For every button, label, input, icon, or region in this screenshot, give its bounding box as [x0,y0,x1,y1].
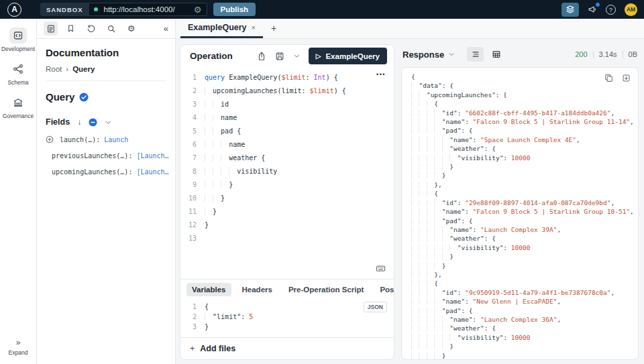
publish-button[interactable]: Publish [213,3,256,16]
sidebar-item-schema[interactable]: Schema [7,61,28,86]
keyboard-shortcuts-icon[interactable] [376,263,386,274]
field-type-link[interactable]: [Launch… [136,168,168,176]
sidebar-item-governance[interactable]: Governance [3,95,34,119]
code-line: 8 visibility [180,165,394,178]
response-title-dropdown[interactable]: Response [402,50,455,60]
bookmark-icon [66,24,75,33]
saved-operations-button[interactable] [64,21,78,36]
expand-rail-button[interactable]: » Expand [9,338,28,356]
code-line: "name": "Space Launch Complex 4E", [411,135,638,144]
code-line: 12} [180,219,394,232]
code-line: "pad": { [411,306,638,315]
endpoint-url[interactable]: http://localhost:4000/ [104,5,194,13]
field-name: previousLaunches [52,152,116,160]
fields-header: Fields ↓ [46,117,166,127]
help-button[interactable]: ? [606,5,616,15]
endpoint-url-input[interactable]: http://localhost:4000/ ⚙ [89,3,207,16]
avatar[interactable]: AM [625,3,637,16]
line-number: 5 [180,125,197,138]
code-line: }, [411,180,638,189]
field-row-upcominglaunches[interactable]: upcomingLaunches(…): [Launch… [46,168,166,176]
line-number: 1 [180,302,197,312]
sidebar-item-development[interactable]: Development [1,27,35,52]
table-view-button[interactable] [488,47,504,62]
breadcrumb-root[interactable]: Root [46,65,62,73]
sidebar-item-label: Schema [7,79,28,86]
expand-label: Expand [9,349,28,356]
code-line: 4 name [180,111,394,125]
tab-post-operation-script[interactable]: Post-Operation Script [374,283,394,296]
field-row-launch[interactable]: launch(…): Launch [46,135,166,143]
field-row-previouslaunches[interactable]: previousLaunches(…): [Launch… [46,151,166,160]
close-tab-icon[interactable]: × [252,23,256,32]
field-list: launch(…): Launch previousLaunches(…): [… [46,135,166,176]
variables-editor[interactable]: JSON 1{2 "limit": 53} [180,300,394,337]
share-icon[interactable] [257,52,266,61]
field-name: launch [60,136,84,143]
graphql-editor[interactable]: ••• 1query ExampleQuery($limit: Int) {2 … [180,67,394,279]
type-heading: Query [46,91,166,103]
raw-view-button[interactable] [467,47,484,62]
code-line: "weather": { [411,324,638,332]
field-name: upcomingLaunches [52,168,116,176]
history-icon [87,24,96,34]
new-tab-button[interactable]: + [271,23,276,33]
field-type-link[interactable]: [Launch… [136,152,168,160]
save-icon[interactable] [275,52,284,61]
docs-toolbar: ⚙ « [37,19,175,39]
operation-tab-bar: ExampleQuery × + [176,19,644,39]
tab-variables[interactable]: Variables [186,283,231,296]
breadcrumb: Root › Query [46,65,166,81]
add-field-icon[interactable] [46,135,54,143]
connection-settings-icon[interactable]: ⚙ [194,5,202,14]
collapse-panel-icon[interactable]: « [164,23,168,34]
add-files-button[interactable]: + Add files [180,337,394,359]
settings-button[interactable]: ⚙ [124,21,138,36]
code-line: "pad": { [411,126,638,135]
search-button[interactable] [104,21,118,36]
code-line: { [411,189,638,198]
code-line: { [411,99,638,108]
line-number: 1 [180,71,197,84]
topbar-right: ? AM [561,3,637,17]
code-line: { [411,279,638,288]
gear-icon: ⚙ [127,23,136,34]
code-line: } [411,351,638,360]
tab-headers[interactable]: Headers [237,283,278,296]
copy-icon[interactable] [604,74,613,82]
run-operation-button[interactable]: ▷ ExampleQuery [309,48,387,64]
code-line: } [411,162,638,171]
download-icon[interactable] [622,74,631,82]
announcements-button[interactable] [588,5,597,14]
code-window-icon [13,30,23,41]
breadcrumb-separator-icon: › [66,65,68,73]
apollo-logo[interactable]: A [7,3,21,17]
history-button[interactable] [84,21,98,36]
response-time: 3.14s [599,50,617,58]
operation-header: Operation ▷ ExampleQuery [180,45,394,67]
documentation-tab-button[interactable] [44,21,58,36]
sort-fields-icon[interactable]: ↓ [77,117,81,127]
filter-minus-icon[interactable] [89,118,97,127]
code-line: "visibility": 10000 [411,333,638,342]
tab-examplequery[interactable]: ExampleQuery × [180,18,263,38]
run-button-label: ExampleQuery [325,52,380,60]
editor-menu-icon[interactable]: ••• [376,71,386,78]
align-lines-icon [471,50,480,59]
code-line: } [411,252,638,261]
play-icon: ▷ [316,52,321,60]
chevron-down-icon[interactable] [105,119,112,126]
sandbox-mode-button[interactable] [561,3,579,17]
connection-status-dot [94,7,98,11]
code-line: "name": "Falcon 9 Block 5 | Starlink Gro… [411,117,638,126]
field-type-link[interactable]: Launch [104,136,128,143]
response-body[interactable]: { "data": { "upcomingLaunches": [ { "id"… [402,68,638,360]
plus-icon: + [190,344,195,353]
line-number: 10 [180,192,197,205]
code-line: 5 pad { [180,125,394,138]
chevron-down-icon[interactable] [293,52,301,60]
code-line: 3} [180,322,394,332]
tab-pre-operation-script[interactable]: Pre-Operation Script [283,283,369,296]
sidebar-item-label: Governance [3,113,34,119]
response-view-toggles [467,47,504,62]
